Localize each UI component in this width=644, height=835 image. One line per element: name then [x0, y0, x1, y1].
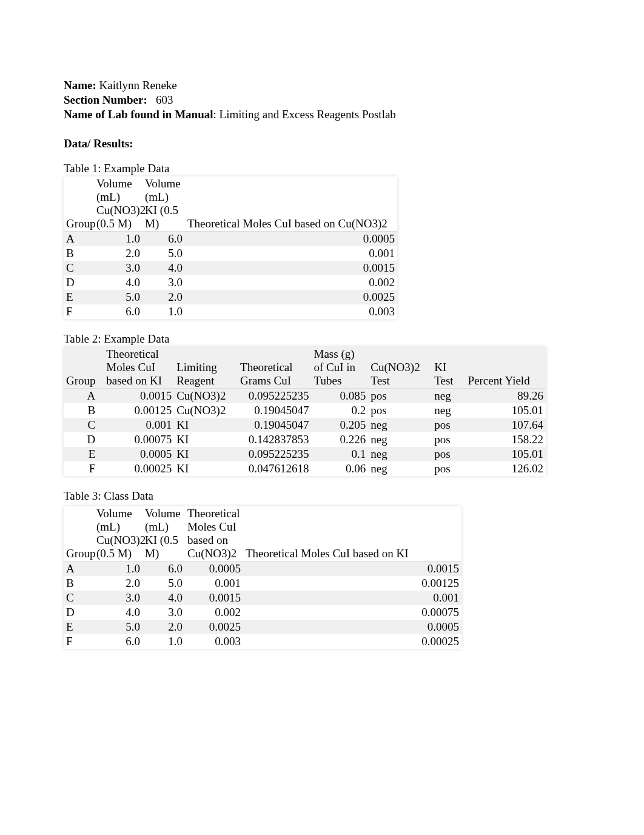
t3-g: C	[64, 591, 94, 605]
t2-h-kitest: KI Test	[432, 347, 465, 389]
table2-body: A0.0015Cu(NO3)20.0952252350.085posneg89.…	[64, 389, 546, 477]
t1-g: F	[64, 304, 94, 319]
t3-tk: 0.00125	[243, 576, 461, 591]
t1-v1: 3.0	[94, 261, 143, 275]
t2-gr: 0.095225235	[238, 389, 311, 404]
section-label: Section Number:	[64, 93, 147, 106]
t3-g: E	[64, 620, 94, 634]
t2-ki: pos	[432, 418, 465, 432]
t3-v2: 5.0	[143, 576, 185, 591]
t3-v2: 1.0	[143, 634, 185, 649]
t2-cu: neg	[368, 432, 432, 447]
t2-h-yield: Percent Yield	[465, 347, 546, 389]
section-value: 603	[156, 93, 173, 106]
t2-cu: neg	[368, 461, 432, 476]
t3-v2: 2.0	[143, 620, 185, 634]
table3-caption: Table 3: Class Data	[64, 489, 580, 503]
t3-g: F	[64, 634, 94, 649]
t2-g: D	[64, 432, 104, 447]
t3-tc: 0.001	[185, 576, 243, 591]
table-row: E5.02.00.00250.0005	[64, 620, 461, 634]
t2-h-lim: Limiting Reagent	[174, 347, 238, 389]
t2-gr: 0.142837853	[238, 432, 311, 447]
name-line: Name: Kaitlynn Reneke	[64, 79, 580, 92]
t3-h-group: Group	[64, 506, 94, 562]
t1-v2: 1.0	[143, 304, 185, 319]
name-value: Kaitlynn Reneke	[99, 79, 177, 92]
table1-body: A1.06.00.0005 B2.05.00.001 C3.04.00.0015…	[64, 232, 397, 320]
t3-v1: 3.0	[94, 591, 143, 605]
table-row: F6.01.00.003	[64, 304, 397, 319]
t1-v2: 5.0	[143, 246, 185, 261]
t3-g: A	[64, 562, 94, 577]
t2-cu: neg	[368, 447, 432, 461]
table-row: F6.01.00.0030.00025	[64, 634, 461, 649]
table2: Group Theoretical Moles CuI based on KI …	[64, 347, 546, 476]
t3-tk: 0.00075	[243, 605, 461, 620]
t3-tk: 0.001	[243, 591, 461, 605]
t2-lr: KI	[174, 461, 238, 476]
t1-v1: 2.0	[94, 246, 143, 261]
t3-tk: 0.0005	[243, 620, 461, 634]
t3-v2: 4.0	[143, 591, 185, 605]
t2-g: A	[64, 389, 104, 404]
t2-lr: KI	[174, 432, 238, 447]
t2-g: F	[64, 461, 104, 476]
t2-gr: 0.047612618	[238, 461, 311, 476]
t2-h-mass: Mass (g) of CuI in Tubes	[312, 347, 369, 389]
t2-lr: KI	[174, 418, 238, 432]
t2-m: 0.0015	[104, 389, 174, 404]
t1-v1: 1.0	[94, 232, 143, 247]
t2-y: 107.64	[465, 418, 546, 432]
t3-tk: 0.00025	[243, 634, 461, 649]
t3-tc: 0.0005	[185, 562, 243, 577]
t1-v2: 3.0	[143, 275, 185, 290]
t2-g: E	[64, 447, 104, 461]
table-row: E0.0005KI0.0952252350.1negpos105.01	[64, 447, 546, 461]
name-label: Name:	[64, 79, 96, 92]
t2-ms: 0.06	[312, 461, 369, 476]
t2-ki: pos	[432, 447, 465, 461]
document-page: Name: Kaitlynn Reneke Section Number: 60…	[0, 0, 644, 835]
t1-g: E	[64, 290, 94, 304]
t3-v2: 6.0	[143, 562, 185, 577]
t2-m: 0.00125	[104, 403, 174, 418]
lab-value: Limiting and Excess Reagents Postlab	[220, 108, 396, 121]
t1-t: 0.002	[185, 275, 397, 290]
t3-tc: 0.003	[185, 634, 243, 649]
t1-t: 0.003	[185, 304, 397, 319]
t2-m: 0.001	[104, 418, 174, 432]
t1-h-theor: Theoretical Moles CuI based on Cu(NO3)2	[185, 176, 397, 232]
t3-h-theor-ki: Theoretical Moles CuI based on KI	[243, 506, 461, 562]
table-row: C3.04.00.00150.001	[64, 591, 461, 605]
t2-y: 105.01	[465, 403, 546, 418]
t2-h-moles: Theoretical Moles CuI based on KI	[104, 347, 174, 389]
t2-g: B	[64, 403, 104, 418]
t2-cu: pos	[368, 389, 432, 404]
t1-h-vol-cu: Volume (mL) Cu(NO3)2 (0.5 M)	[94, 176, 143, 232]
t1-h-vol-ki: Volume (mL) KI (0.5 M)	[143, 176, 185, 232]
t3-v2: 3.0	[143, 605, 185, 620]
t3-tc: 0.0025	[185, 620, 243, 634]
t2-lr: KI	[174, 447, 238, 461]
t2-gr: 0.19045047	[238, 418, 311, 432]
t2-ms: 0.226	[312, 432, 369, 447]
t2-ms: 0.1	[312, 447, 369, 461]
section-line: Section Number: 603	[64, 93, 580, 107]
table-row: C0.001KI0.190450470.205negpos107.64	[64, 418, 546, 432]
data-results-title: Data/ Results:	[64, 137, 580, 150]
t3-h-vol-cu: Volume (mL) Cu(NO3)2 (0.5 M)	[94, 506, 143, 562]
lab-label: Name of Lab found in Manual	[64, 108, 213, 121]
t3-v1: 5.0	[94, 620, 143, 634]
table3-body: A1.06.00.00050.0015 B2.05.00.0010.00125 …	[64, 562, 461, 649]
t2-cu: neg	[368, 418, 432, 432]
t3-v1: 4.0	[94, 605, 143, 620]
table-row: D4.03.00.0020.00075	[64, 605, 461, 620]
t2-ms: 0.205	[312, 418, 369, 432]
table-row: D4.03.00.002	[64, 275, 397, 290]
table2-header: Group Theoretical Moles CuI based on KI …	[64, 347, 546, 389]
t1-t: 0.0025	[185, 290, 397, 304]
t1-v2: 4.0	[143, 261, 185, 275]
t2-ms: 0.2	[312, 403, 369, 418]
t1-t: 0.0005	[185, 232, 397, 247]
